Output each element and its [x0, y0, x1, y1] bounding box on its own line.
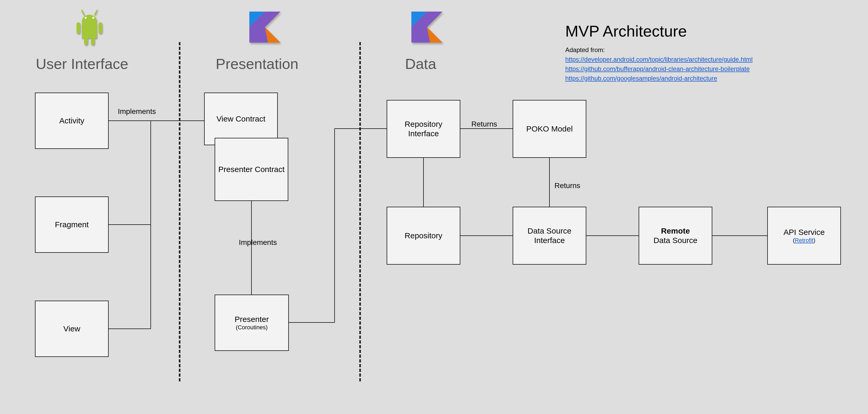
box-label: Data Source [654, 236, 698, 245]
section-title-ui: User Interface [36, 55, 128, 72]
box-label: Repository [405, 231, 442, 241]
box-presenter: Presenter (Coroutines) [215, 295, 289, 351]
svg-rect-4 [84, 37, 88, 45]
svg-line-6 [82, 10, 84, 15]
box-api-service: API Service (Retrofit) [767, 207, 841, 264]
edge-label-implements: Implements [118, 107, 156, 116]
ref-link[interactable]: https://github.com/googlesamples/android… [565, 75, 717, 82]
paren: ( [793, 237, 795, 244]
box-remote-data-source: Remote Data Source [639, 207, 712, 264]
svg-rect-1 [82, 35, 97, 38]
box-label: Activity [59, 116, 84, 125]
box-repository: Repository [386, 207, 460, 264]
box-data-source-interface: Data Source Interface [513, 207, 586, 264]
page-title: MVP Architecture [565, 22, 687, 40]
svg-line-7 [95, 10, 97, 15]
ref-link[interactable]: https://github.com/bufferapp/android-cle… [565, 65, 750, 73]
kotlin-icon [249, 11, 280, 44]
svg-rect-5 [91, 37, 95, 45]
box-presenter-contract: Presenter Contract [215, 138, 288, 201]
box-sublabel: (Coroutines) [236, 324, 268, 331]
section-title-data: Data [405, 55, 436, 72]
box-repository-interface: Repository Interface [386, 100, 460, 158]
box-label: Data Source Interface [516, 226, 583, 245]
android-icon [71, 8, 108, 49]
edge-label-implements: Implements [239, 238, 277, 247]
box-fragment: Fragment [35, 196, 108, 253]
column-divider [359, 42, 361, 381]
box-label: Fragment [55, 220, 89, 229]
box-label: Presenter Contract [218, 165, 285, 174]
svg-rect-3 [99, 22, 102, 34]
paren: ) [813, 237, 815, 244]
section-title-presentation: Presentation [216, 55, 298, 72]
box-sublabel: (Retrofit) [793, 237, 815, 244]
box-view-contract: View Contract [204, 93, 278, 145]
retrofit-link[interactable]: Retrofit [795, 237, 813, 244]
column-divider [179, 42, 180, 381]
svg-rect-0 [82, 22, 97, 37]
box-label: Presenter [235, 315, 269, 324]
adapted-from-label: Adapted from: [565, 46, 605, 54]
box-poko-model: POKO Model [513, 100, 586, 158]
edge-label-returns: Returns [555, 182, 580, 190]
box-label: Repository Interface [390, 119, 457, 138]
box-label: API Service [783, 227, 825, 237]
box-activity: Activity [35, 93, 108, 149]
box-label: Remote [661, 226, 690, 236]
box-label: View Contract [216, 114, 266, 124]
svg-point-9 [92, 17, 94, 19]
svg-rect-2 [76, 22, 80, 34]
box-view: View [35, 300, 108, 357]
edge-label-returns: Returns [471, 120, 497, 128]
ref-link[interactable]: https://developer.android.com/topic/libr… [565, 56, 752, 63]
box-label: POKO Model [526, 124, 573, 134]
box-label: View [63, 324, 80, 333]
kotlin-icon [411, 11, 442, 44]
svg-point-8 [85, 17, 87, 19]
